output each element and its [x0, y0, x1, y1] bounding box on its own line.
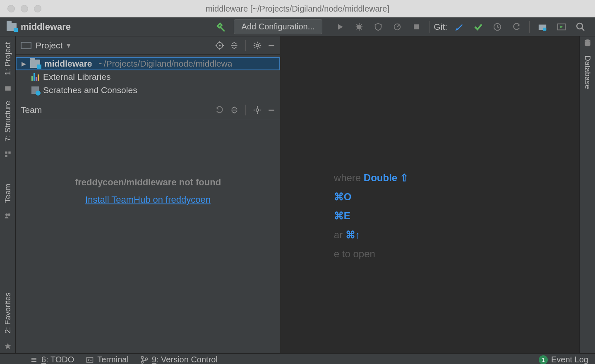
svg-rect-19 — [269, 110, 274, 110]
close-window-icon[interactable] — [7, 5, 15, 12]
shortcut: ⌘O — [334, 191, 352, 202]
left-toolwindow-bar: 1: Project 7: Structure Team 2: Favorite… — [0, 36, 16, 353]
search-icon[interactable] — [574, 22, 587, 32]
toolwindow-tab-project[interactable]: 1: Project — [3, 36, 12, 81]
history-icon[interactable] — [491, 22, 504, 31]
separator — [429, 21, 429, 33]
tab-label: 6: TODO — [41, 355, 74, 364]
toolwindow-tab-todo[interactable]: 6: TODO — [30, 355, 74, 364]
build-icon[interactable] — [216, 22, 226, 32]
list-icon — [30, 357, 38, 363]
event-log-button[interactable]: 1 Event Log — [539, 355, 588, 364]
add-configuration-button[interactable]: Add Configuration... — [234, 19, 323, 34]
vcs-commit-icon[interactable] — [472, 22, 485, 32]
chevron-right-icon[interactable]: ▶ — [22, 60, 26, 67]
hint-text: ar — [334, 229, 345, 240]
database-icon[interactable] — [584, 39, 591, 51]
event-log-label: Event Log — [551, 355, 588, 364]
locate-icon[interactable] — [215, 41, 224, 50]
tree-label: External Libraries — [43, 72, 110, 82]
stop-icon[interactable] — [410, 23, 422, 31]
svg-point-20 — [585, 39, 590, 42]
svg-rect-10 — [8, 152, 10, 154]
tree-row-external-libs[interactable]: External Libraries — [16, 70, 280, 84]
run-icon[interactable] — [334, 23, 346, 31]
svg-rect-9 — [5, 152, 7, 154]
gear-icon[interactable] — [253, 105, 262, 115]
minimize-icon[interactable] — [268, 106, 275, 114]
star-icon[interactable] — [4, 339, 12, 353]
run-anything-icon[interactable] — [555, 22, 568, 31]
separator — [245, 40, 246, 51]
team-not-found-msg: freddycoen/middleware not found — [75, 177, 221, 188]
branch-icon — [140, 356, 149, 364]
toolwindow-icon[interactable] — [5, 147, 11, 161]
project-panel-title[interactable]: Project — [36, 41, 62, 50]
main-toolbar: middleware Add Configuration... Git: — [0, 17, 595, 36]
window-controls — [7, 5, 41, 12]
gear-icon[interactable] — [253, 41, 262, 50]
svg-rect-5 — [543, 27, 546, 30]
separator — [245, 105, 246, 115]
team-icon[interactable] — [4, 209, 12, 223]
svg-point-13 — [8, 213, 10, 216]
scratches-icon — [31, 86, 39, 94]
collapse-all-icon[interactable] — [230, 106, 238, 114]
right-toolwindow-bar: Database — [579, 36, 595, 353]
toolwindow-tab-team[interactable]: Team — [3, 178, 12, 208]
toolwindow-tab-database[interactable]: Database — [583, 51, 592, 95]
svg-point-16 — [256, 44, 259, 46]
shortcut: ⌘↑ — [345, 229, 360, 240]
vcs-update-icon[interactable] — [453, 22, 465, 31]
minimize-window-icon[interactable] — [21, 5, 28, 12]
toolwindow-tab-terminal[interactable]: Terminal — [86, 355, 129, 364]
revert-icon[interactable] — [510, 22, 523, 31]
collapse-all-icon[interactable] — [230, 41, 238, 50]
separator — [529, 21, 530, 33]
svg-rect-11 — [5, 155, 7, 157]
profiler-icon[interactable] — [391, 22, 403, 31]
breadcrumb-project: middleware — [21, 22, 71, 32]
chevron-down-icon[interactable]: ▾ — [67, 41, 71, 50]
svg-rect-17 — [269, 45, 274, 46]
project-view-icon — [21, 42, 31, 49]
hint-text: where — [334, 172, 364, 183]
zoom-window-icon[interactable] — [34, 5, 41, 12]
team-panel-body: freddycoen/middleware not found Install … — [16, 119, 280, 353]
toolwindow-tab-vcs[interactable]: 9: Version Control — [140, 355, 218, 364]
svg-rect-8 — [5, 86, 11, 91]
libraries-icon — [31, 73, 39, 81]
project-structure-icon[interactable] — [536, 22, 549, 31]
shortcut: Double ⇧ — [364, 172, 408, 183]
toolwindow-tab-favorites[interactable]: 2: Favorites — [3, 287, 12, 339]
project-panel-header: Project ▾ — [16, 36, 280, 55]
svg-point-12 — [5, 213, 8, 216]
svg-rect-21 — [87, 357, 93, 362]
breadcrumb[interactable]: middleware — [7, 22, 71, 32]
debug-icon[interactable] — [353, 22, 365, 31]
event-count-badge: 1 — [539, 355, 548, 364]
tab-label: Terminal — [97, 355, 129, 364]
coverage-icon[interactable] — [372, 22, 384, 31]
tree-root-path: ~/Projects/Digiland/node/middlewa — [99, 59, 233, 69]
hint-text: e to open — [334, 248, 375, 259]
folder-icon — [30, 60, 40, 68]
tree-row-root[interactable]: ▶ middleware ~/Projects/Digiland/node/mi… — [16, 57, 280, 70]
folder-icon — [7, 23, 17, 31]
refresh-icon[interactable] — [215, 105, 224, 115]
tree-root-name: middleware — [44, 59, 92, 69]
toolwindow-tab-structure[interactable]: 7: Structure — [3, 95, 12, 147]
terminal-icon — [86, 356, 94, 364]
tree-label: Scratches and Consoles — [43, 85, 137, 95]
team-panel-title: Team — [21, 105, 42, 115]
welcome-hints: where Double ⇧ ⌘O ⌘E ar ⌘↑ e to open — [334, 165, 408, 267]
tree-row-scratches[interactable]: Scratches and Consoles — [16, 84, 280, 97]
svg-point-22 — [141, 356, 143, 358]
install-teamhub-link[interactable]: Install TeamHub on freddycoen — [85, 194, 211, 205]
svg-point-24 — [145, 358, 147, 360]
toolwindow-icon[interactable] — [4, 81, 12, 95]
minimize-icon[interactable] — [268, 42, 275, 49]
project-tree: ▶ middleware ~/Projects/Digiland/node/mi… — [16, 55, 280, 101]
svg-point-15 — [219, 44, 221, 46]
editor-area[interactable]: where Double ⇧ ⌘O ⌘E ar ⌘↑ e to open — [281, 36, 579, 353]
